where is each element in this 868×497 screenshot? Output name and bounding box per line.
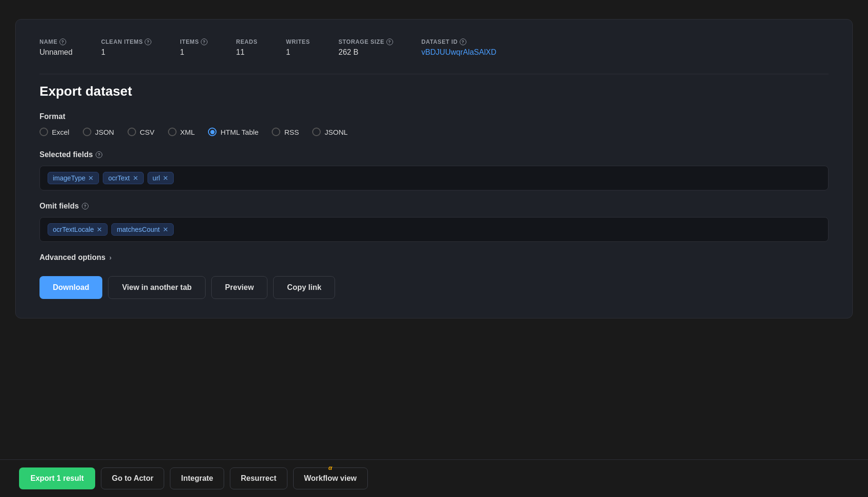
tag-remove-matchesCount[interactable]: ✕ <box>163 226 168 233</box>
omit-fields-info-icon[interactable]: ? <box>82 203 89 209</box>
tag-remove-ocrTextLocale[interactable]: ✕ <box>97 226 102 233</box>
format-label: Format <box>39 112 829 121</box>
meta-writes: WRITES 1 <box>286 39 310 57</box>
radio-json[interactable] <box>83 128 91 136</box>
go-to-actor-button[interactable]: Go to Actor <box>101 467 164 489</box>
selected-fields-container[interactable]: imageType ✕ ocrText ✕ url ✕ <box>39 166 829 190</box>
format-json[interactable]: JSON <box>83 128 114 136</box>
radio-xml[interactable] <box>168 128 177 136</box>
selected-fields-label: Selected fields ? <box>39 150 829 159</box>
radio-csv[interactable] <box>128 128 136 136</box>
selected-fields-info-icon[interactable]: ? <box>96 151 102 158</box>
meta-clean-items: CLEAN ITEMS ? 1 <box>101 39 151 57</box>
tag-ocrText: ocrText ✕ <box>103 172 143 184</box>
divider <box>39 74 829 74</box>
meta-name: NAME ? Unnamed <box>39 39 72 57</box>
format-xml[interactable]: XML <box>168 128 195 136</box>
selected-fields-section: Selected fields ? imageType ✕ ocrText ✕ … <box>39 150 829 190</box>
tag-matchesCount: matchesCount ✕ <box>111 223 173 236</box>
meta-reads: READS 11 <box>236 39 257 57</box>
resurrect-button[interactable]: Resurrect <box>230 467 287 489</box>
tag-url: url ✕ <box>148 172 174 184</box>
clean-items-info-icon[interactable]: ? <box>145 39 151 45</box>
omit-fields-section: Omit fields ? ocrTextLocale ✕ matchesCou… <box>39 202 829 242</box>
copy-link-button[interactable]: Copy link <box>273 276 335 299</box>
format-html-table[interactable]: HTML Table <box>208 128 258 136</box>
dataset-id-value[interactable]: vBDJUUwqrAlaSAlXD <box>422 48 496 57</box>
name-label: NAME ? <box>39 39 72 45</box>
radio-rss[interactable] <box>272 128 280 136</box>
tag-remove-ocrText[interactable]: ✕ <box>133 175 138 181</box>
writes-value: 1 <box>286 48 310 57</box>
action-buttons: Download View in another tab Preview Cop… <box>39 276 829 299</box>
format-jsonl[interactable]: JSONL <box>312 128 347 136</box>
bottom-bar: Export 1 result Go to Actor Integrate Re… <box>0 459 868 497</box>
storage-size-label: STORAGE SIZE ? <box>338 39 393 45</box>
format-excel[interactable]: Excel <box>39 128 69 136</box>
storage-size-info-icon[interactable]: ? <box>386 39 393 45</box>
meta-dataset-id: DATASET ID ? vBDJUUwqrAlaSAlXD <box>422 39 496 57</box>
export-heading: Export dataset <box>39 84 829 99</box>
format-rss[interactable]: RSS <box>272 128 299 136</box>
alpha-badge: α <box>328 464 332 471</box>
preview-button[interactable]: Preview <box>211 276 267 299</box>
format-csv[interactable]: CSV <box>128 128 155 136</box>
dataset-id-info-icon[interactable]: ? <box>460 39 466 45</box>
chevron-right-icon: › <box>109 254 112 261</box>
name-info-icon[interactable]: ? <box>59 39 66 45</box>
meta-items: ITEMS ? 1 <box>180 39 207 57</box>
radio-html-table[interactable] <box>208 128 217 136</box>
reads-label: READS <box>236 39 257 45</box>
meta-storage-size: STORAGE SIZE ? 262 B <box>338 39 393 57</box>
items-label: ITEMS ? <box>180 39 207 45</box>
name-value: Unnamed <box>39 48 72 57</box>
radio-excel[interactable] <box>39 128 48 136</box>
omit-fields-label: Omit fields ? <box>39 202 829 210</box>
advanced-options-toggle[interactable]: Advanced options › <box>39 253 829 262</box>
tag-remove-url[interactable]: ✕ <box>163 175 168 181</box>
meta-row: NAME ? Unnamed CLEAN ITEMS ? 1 ITEMS ? 1… <box>39 39 829 57</box>
tag-ocrTextLocale: ocrTextLocale ✕ <box>48 223 108 236</box>
items-value: 1 <box>180 48 207 57</box>
format-options: Excel JSON CSV XML HTML Table RSS <box>39 128 829 136</box>
radio-html-table-dot <box>210 130 215 134</box>
items-info-icon[interactable]: ? <box>201 39 207 45</box>
clean-items-label: CLEAN ITEMS ? <box>101 39 151 45</box>
writes-label: WRITES <box>286 39 310 45</box>
omit-fields-container[interactable]: ocrTextLocale ✕ matchesCount ✕ <box>39 217 829 242</box>
integrate-button[interactable]: Integrate <box>170 467 224 489</box>
reads-value: 11 <box>236 48 257 57</box>
download-button[interactable]: Download <box>39 276 102 299</box>
view-another-tab-button[interactable]: View in another tab <box>108 276 205 299</box>
radio-jsonl[interactable] <box>312 128 321 136</box>
tag-remove-imageType[interactable]: ✕ <box>88 175 94 181</box>
clean-items-value: 1 <box>101 48 151 57</box>
workflow-view-button[interactable]: α Workflow view <box>293 467 368 489</box>
export-result-button[interactable]: Export 1 result <box>19 467 95 489</box>
dataset-id-label: DATASET ID ? <box>422 39 496 45</box>
tag-imageType: imageType ✕ <box>48 172 99 184</box>
storage-size-value: 262 B <box>338 48 393 57</box>
main-panel: NAME ? Unnamed CLEAN ITEMS ? 1 ITEMS ? 1… <box>15 19 853 318</box>
